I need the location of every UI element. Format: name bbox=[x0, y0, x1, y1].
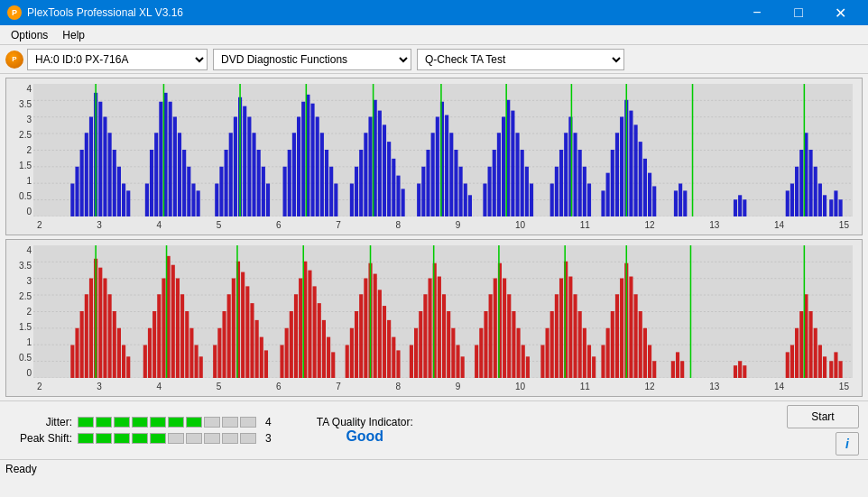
svg-rect-177 bbox=[217, 328, 221, 378]
svg-rect-49 bbox=[301, 102, 305, 216]
start-button[interactable]: Start bbox=[787, 405, 859, 428]
svg-rect-260 bbox=[671, 361, 675, 378]
svg-rect-87 bbox=[511, 111, 514, 216]
svg-rect-83 bbox=[493, 150, 496, 216]
svg-rect-257 bbox=[643, 328, 647, 378]
svg-rect-232 bbox=[512, 311, 515, 378]
device-icon: P bbox=[5, 51, 23, 69]
svg-rect-107 bbox=[629, 111, 633, 216]
svg-rect-91 bbox=[530, 183, 533, 216]
svg-rect-128 bbox=[829, 199, 833, 216]
svg-rect-240 bbox=[559, 279, 563, 378]
title-bar-left: P PlexTools Professional XL V3.16 bbox=[7, 5, 183, 20]
jitter-seg-6 bbox=[168, 417, 184, 428]
svg-rect-186 bbox=[260, 337, 263, 378]
svg-rect-267 bbox=[790, 345, 794, 378]
svg-rect-272 bbox=[814, 328, 817, 378]
svg-rect-238 bbox=[550, 311, 554, 378]
svg-rect-17 bbox=[113, 150, 116, 216]
svg-rect-197 bbox=[322, 320, 326, 378]
svg-rect-72 bbox=[431, 133, 435, 216]
test-select[interactable]: Q-Check TA Test bbox=[417, 49, 624, 70]
svg-rect-248 bbox=[601, 345, 605, 378]
red-chart-inner bbox=[33, 245, 853, 378]
svg-rect-158 bbox=[108, 294, 112, 378]
svg-rect-22 bbox=[150, 150, 153, 216]
svg-rect-230 bbox=[503, 279, 506, 378]
svg-rect-195 bbox=[313, 286, 317, 378]
svg-rect-35 bbox=[225, 150, 228, 216]
svg-rect-212 bbox=[410, 345, 413, 378]
svg-rect-233 bbox=[517, 328, 521, 378]
info-button[interactable]: i bbox=[836, 432, 859, 456]
svg-rect-57 bbox=[350, 183, 354, 216]
menu-help[interactable]: Help bbox=[55, 27, 92, 43]
svg-rect-254 bbox=[629, 277, 633, 378]
svg-rect-255 bbox=[634, 294, 638, 378]
title-bar: P PlexTools Professional XL V3.16 − □ ✕ bbox=[0, 0, 868, 25]
svg-rect-234 bbox=[522, 345, 525, 378]
svg-rect-55 bbox=[329, 167, 333, 216]
jitter-seg-8 bbox=[204, 417, 220, 428]
svg-rect-92 bbox=[550, 183, 554, 216]
svg-rect-199 bbox=[331, 352, 335, 378]
svg-rect-108 bbox=[634, 124, 638, 216]
svg-rect-63 bbox=[378, 111, 382, 216]
svg-rect-150 bbox=[70, 345, 74, 378]
peak-seg-8 bbox=[204, 433, 220, 444]
svg-rect-211 bbox=[396, 350, 400, 378]
minimize-button[interactable]: − bbox=[736, 0, 778, 25]
svg-rect-119 bbox=[786, 190, 790, 216]
svg-rect-126 bbox=[818, 183, 822, 216]
indicators-area: Jitter: 4 Peak Shift: bbox=[9, 416, 272, 445]
svg-rect-154 bbox=[89, 279, 93, 378]
svg-rect-172 bbox=[185, 311, 189, 378]
svg-rect-169 bbox=[171, 265, 175, 378]
svg-rect-93 bbox=[555, 167, 559, 216]
svg-rect-61 bbox=[368, 117, 372, 216]
svg-rect-161 bbox=[122, 345, 125, 378]
close-button[interactable]: ✕ bbox=[819, 0, 861, 25]
svg-rect-151 bbox=[75, 328, 78, 378]
svg-rect-244 bbox=[578, 311, 582, 378]
svg-rect-16 bbox=[108, 133, 112, 216]
svg-rect-166 bbox=[157, 294, 161, 378]
menu-options[interactable]: Options bbox=[4, 27, 55, 43]
svg-rect-162 bbox=[126, 356, 130, 378]
svg-rect-220 bbox=[447, 311, 450, 378]
bottom-panel: Jitter: 4 Peak Shift: bbox=[0, 400, 868, 459]
svg-rect-81 bbox=[483, 183, 486, 216]
jitter-label: Jitter: bbox=[9, 416, 72, 428]
svg-rect-36 bbox=[229, 133, 233, 216]
svg-rect-19 bbox=[122, 183, 125, 216]
svg-rect-102 bbox=[606, 173, 610, 216]
svg-rect-78 bbox=[459, 167, 463, 216]
svg-rect-242 bbox=[568, 277, 572, 378]
svg-rect-118 bbox=[743, 199, 746, 216]
jitter-seg-5 bbox=[150, 417, 166, 428]
svg-rect-14 bbox=[98, 102, 102, 216]
svg-rect-163 bbox=[143, 345, 147, 378]
svg-rect-239 bbox=[555, 294, 559, 378]
svg-rect-122 bbox=[799, 150, 803, 216]
toolbar: P HA:0 ID:0 PX-716A DVD Diagnostic Funct… bbox=[0, 45, 868, 74]
svg-rect-42 bbox=[257, 150, 261, 216]
svg-rect-198 bbox=[327, 337, 330, 378]
svg-rect-45 bbox=[283, 167, 287, 216]
svg-rect-71 bbox=[426, 150, 429, 216]
svg-rect-174 bbox=[195, 345, 199, 378]
blue-chart-svg bbox=[33, 84, 853, 216]
maximize-button[interactable]: □ bbox=[778, 0, 819, 25]
peak-shift-row: Peak Shift: 3 bbox=[9, 432, 272, 445]
svg-rect-120 bbox=[790, 183, 794, 216]
svg-rect-67 bbox=[396, 176, 400, 216]
svg-rect-191 bbox=[294, 294, 298, 378]
svg-rect-64 bbox=[383, 124, 386, 216]
device-select[interactable]: HA:0 ID:0 PX-716A bbox=[27, 49, 208, 70]
svg-rect-202 bbox=[355, 311, 358, 378]
svg-rect-263 bbox=[734, 365, 737, 378]
function-select[interactable]: DVD Diagnostic Functions bbox=[213, 49, 411, 70]
svg-rect-114 bbox=[679, 183, 682, 216]
svg-rect-175 bbox=[199, 356, 203, 378]
svg-rect-97 bbox=[573, 133, 577, 216]
